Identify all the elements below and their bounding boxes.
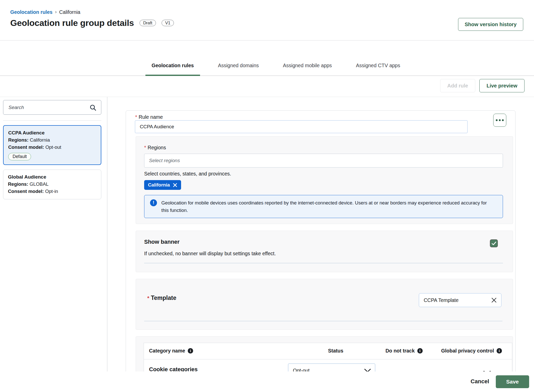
search-icon	[90, 104, 96, 111]
rule-card-regions: Regions: California	[8, 136, 96, 144]
toolbar-divider	[0, 97, 534, 97]
required-asterisk: *	[135, 114, 137, 120]
rule-card-consent-model: Consent model: Opt-out	[8, 144, 96, 151]
search-input[interactable]	[3, 100, 101, 114]
column-category-name: Category name i	[149, 348, 193, 354]
info-icon[interactable]: i	[497, 348, 502, 354]
rule-name-label: *Rule name	[135, 114, 163, 120]
rule-card-global-audience[interactable]: Global Audience Regions: GLOBAL Consent …	[3, 170, 101, 199]
selected-regions: California	[144, 180, 503, 190]
region-chip-label: California	[148, 182, 170, 188]
tab-assigned-ctv-apps[interactable]: Assigned CTV apps	[350, 61, 406, 75]
categories-table-header: Category name i Status Do not track i Gl…	[144, 343, 512, 359]
geolocation-info-alert: ! Geolocation for mobile devices uses co…	[144, 195, 503, 218]
rule-card-regions: Regions: GLOBAL	[8, 181, 96, 188]
breadcrumb-link-geolocation-rules[interactable]: Geolocation rules	[10, 9, 53, 15]
form-sections: *Regions Select countries, states, and p…	[136, 136, 513, 392]
template-selector[interactable]: CCPA Template	[419, 293, 501, 307]
add-rule-button[interactable]: Add rule	[440, 79, 475, 92]
breadcrumb-current: California	[59, 9, 80, 15]
regions-label: *Regions	[144, 145, 503, 151]
rules-sidebar: CCPA Audience Regions: California Consen…	[3, 100, 101, 199]
search-box	[3, 100, 101, 115]
live-preview-button[interactable]: Live preview	[479, 79, 525, 92]
regions-section: *Regions Select countries, states, and p…	[136, 136, 513, 224]
version-badge: V1	[162, 20, 174, 26]
page: Geolocation rules › California Geolocati…	[0, 0, 534, 392]
kebab-dot	[502, 119, 504, 121]
kebab-dot	[496, 119, 498, 121]
info-icon[interactable]: i	[417, 348, 423, 354]
kebab-dot	[499, 119, 501, 121]
default-badge: Default	[8, 153, 31, 160]
section-divider	[144, 321, 502, 321]
toolbar: Add rule Live preview	[440, 79, 525, 92]
template-label: *Template	[147, 295, 176, 301]
page-title: Geolocation rule group details	[10, 18, 134, 28]
rule-card-name: CCPA Audience	[8, 129, 96, 136]
tab-assigned-mobile-apps[interactable]: Assigned mobile apps	[277, 61, 338, 75]
show-banner-section: Show banner If unchecked, no banner will…	[136, 231, 513, 272]
regions-select-input[interactable]	[144, 154, 503, 168]
show-banner-checkbox[interactable]	[490, 239, 498, 247]
region-chip-california[interactable]: California	[144, 180, 181, 190]
checkmark-icon	[492, 242, 496, 245]
info-icon[interactable]: i	[188, 348, 193, 354]
rule-menu-button[interactable]	[493, 114, 506, 127]
chip-remove-icon[interactable]	[173, 183, 177, 187]
tab-geolocation-rules[interactable]: Geolocation rules	[145, 61, 200, 75]
alert-text: Geolocation for mobile devices uses coor…	[161, 199, 487, 214]
chevron-right-icon: ›	[55, 9, 57, 15]
template-section: *Template CCPA Template	[136, 279, 513, 330]
sidebar-content-divider	[107, 97, 107, 392]
column-global-privacy-control: Global privacy control i	[441, 348, 502, 354]
header-divider	[0, 40, 534, 41]
save-button[interactable]: Save	[496, 375, 529, 388]
cancel-button[interactable]: Cancel	[471, 378, 489, 385]
alert-exclamation-icon: !	[150, 199, 157, 206]
show-banner-label: Show banner	[144, 239, 503, 245]
column-do-not-track: Do not track i	[385, 348, 423, 354]
status-badge: Draft	[140, 20, 156, 26]
title-row: Geolocation rule group details Draft V1	[10, 18, 174, 28]
required-asterisk: *	[147, 295, 149, 301]
breadcrumb: Geolocation rules › California	[10, 9, 80, 15]
rule-card-name: Global Audience	[8, 173, 96, 181]
action-footer: Cancel Save	[0, 371, 534, 392]
tab-strip: Geolocation rules Assigned domains Assig…	[0, 61, 534, 76]
rule-card-consent-model: Consent model: Opt-in	[8, 188, 96, 195]
rule-card-ccpa-audience[interactable]: CCPA Audience Regions: California Consen…	[3, 125, 101, 165]
show-banner-description: If unchecked, no banner will display but…	[144, 251, 503, 257]
required-asterisk: *	[144, 145, 146, 150]
show-version-history-button[interactable]: Show version history	[458, 18, 523, 31]
tab-assigned-domains[interactable]: Assigned domains	[212, 61, 265, 75]
template-value: CCPA Template	[424, 297, 459, 303]
column-status: Status	[328, 348, 343, 354]
section-divider	[144, 263, 503, 263]
regions-helper-text: Select countries, states, and provinces.	[144, 171, 503, 177]
clear-template-icon[interactable]	[491, 297, 497, 303]
sidebar-divider	[3, 120, 101, 121]
rule-detail-panel: *Rule name *Regions Select countries, st…	[126, 110, 516, 392]
rule-name-input[interactable]	[135, 120, 468, 133]
